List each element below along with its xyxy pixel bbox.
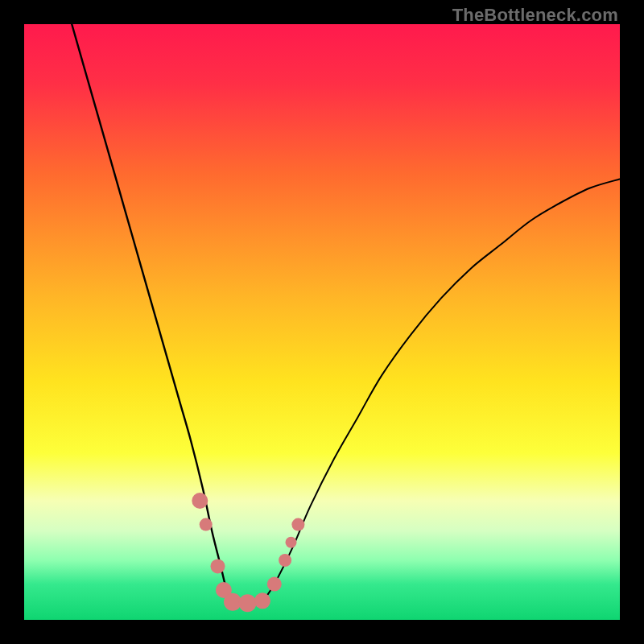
valley-marker [200,518,213,531]
plot-area [24,24,620,620]
valley-marker [254,592,270,609]
valley-marker [211,559,225,573]
valley-marker [192,493,208,509]
valley-marker [239,594,257,612]
valley-marker [279,554,291,567]
valley-marker [286,537,297,548]
valley-marker [291,518,304,531]
chart-background [24,24,620,620]
outer-frame: TheBottleneck.com [0,0,644,644]
chart-svg [24,24,620,620]
watermark-text: TheBottleneck.com [452,5,618,26]
valley-marker [267,577,282,592]
